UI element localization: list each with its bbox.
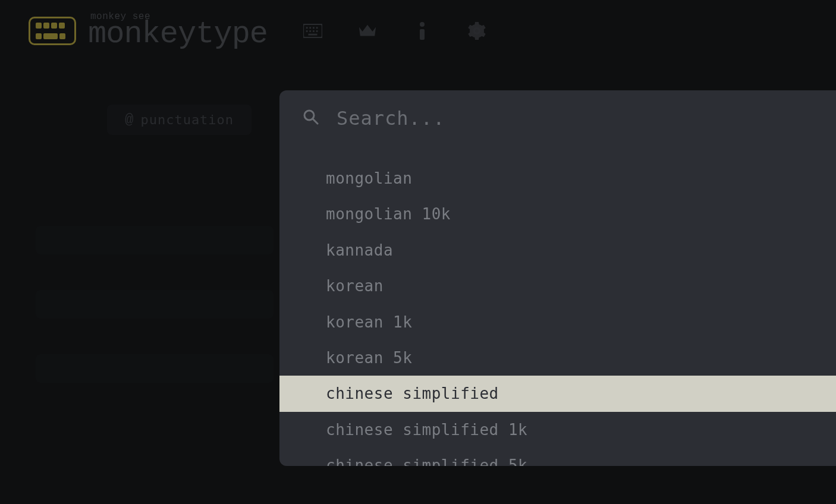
language-modal: mongolianmongolian 10kkannadakoreankorea… — [279, 90, 836, 466]
language-item[interactable]: mongolian 10k — [279, 196, 836, 232]
language-item[interactable]: chinese simplified 1k — [279, 412, 836, 448]
search-row — [279, 90, 836, 141]
svg-line-13 — [313, 119, 318, 124]
language-item[interactable]: chinese simplified — [279, 376, 836, 411]
search-input[interactable] — [337, 107, 812, 130]
language-item[interactable]: chinese simplified 5k — [279, 448, 836, 466]
language-item[interactable]: korean — [279, 268, 836, 304]
search-icon — [303, 109, 319, 128]
language-item[interactable]: korean 5k — [279, 340, 836, 376]
language-item[interactable]: kannada — [279, 232, 836, 268]
language-item[interactable]: mongolian — [279, 160, 836, 196]
language-item[interactable]: korean 1k — [279, 304, 836, 340]
language-list[interactable]: mongolianmongolian 10kkannadakoreankorea… — [279, 141, 836, 466]
